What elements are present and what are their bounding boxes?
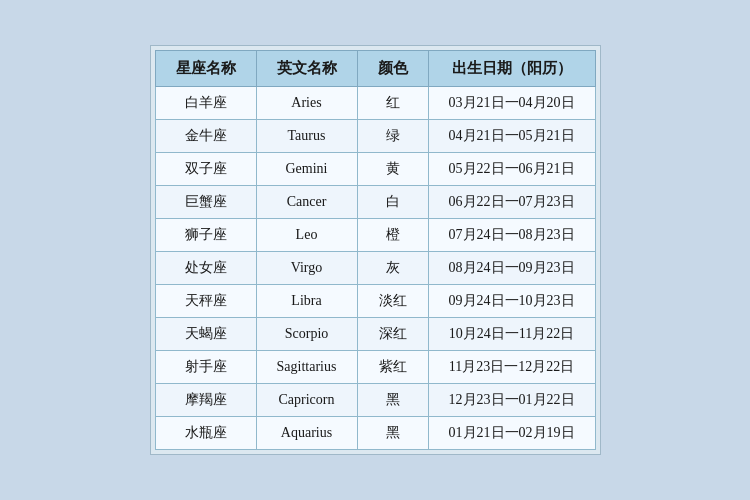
cell-dates: 10月24日一11月22日: [428, 318, 595, 351]
cell-color: 黄: [357, 153, 428, 186]
cell-dates: 07月24日一08月23日: [428, 219, 595, 252]
cell-dates: 06月22日一07月23日: [428, 186, 595, 219]
cell-color: 绿: [357, 120, 428, 153]
cell-color: 红: [357, 87, 428, 120]
cell-chinese-name: 摩羯座: [155, 384, 256, 417]
table-row: 巨蟹座Cancer白06月22日一07月23日: [155, 186, 595, 219]
cell-chinese-name: 水瓶座: [155, 417, 256, 450]
cell-dates: 08月24日一09月23日: [428, 252, 595, 285]
table-row: 狮子座Leo橙07月24日一08月23日: [155, 219, 595, 252]
cell-color: 黑: [357, 417, 428, 450]
cell-dates: 05月22日一06月21日: [428, 153, 595, 186]
cell-english-name: Virgo: [256, 252, 357, 285]
cell-dates: 03月21日一04月20日: [428, 87, 595, 120]
cell-color: 黑: [357, 384, 428, 417]
cell-chinese-name: 狮子座: [155, 219, 256, 252]
table-row: 水瓶座Aquarius黑01月21日一02月19日: [155, 417, 595, 450]
table-row: 白羊座Aries红03月21日一04月20日: [155, 87, 595, 120]
cell-chinese-name: 白羊座: [155, 87, 256, 120]
cell-english-name: Libra: [256, 285, 357, 318]
cell-color: 淡红: [357, 285, 428, 318]
cell-english-name: Sagittarius: [256, 351, 357, 384]
cell-color: 灰: [357, 252, 428, 285]
cell-color: 橙: [357, 219, 428, 252]
table-row: 处女座Virgo灰08月24日一09月23日: [155, 252, 595, 285]
cell-color: 紫红: [357, 351, 428, 384]
cell-dates: 09月24日一10月23日: [428, 285, 595, 318]
cell-chinese-name: 金牛座: [155, 120, 256, 153]
cell-color: 深红: [357, 318, 428, 351]
table-row: 金牛座Taurus绿04月21日一05月21日: [155, 120, 595, 153]
cell-english-name: Cancer: [256, 186, 357, 219]
cell-english-name: Leo: [256, 219, 357, 252]
cell-english-name: Aries: [256, 87, 357, 120]
cell-chinese-name: 天蝎座: [155, 318, 256, 351]
table-row: 天秤座Libra淡红09月24日一10月23日: [155, 285, 595, 318]
cell-chinese-name: 射手座: [155, 351, 256, 384]
cell-chinese-name: 处女座: [155, 252, 256, 285]
cell-english-name: Aquarius: [256, 417, 357, 450]
header-color: 颜色: [357, 51, 428, 87]
table-header-row: 星座名称 英文名称 颜色 出生日期（阳历）: [155, 51, 595, 87]
cell-dates: 12月23日一01月22日: [428, 384, 595, 417]
cell-chinese-name: 巨蟹座: [155, 186, 256, 219]
cell-english-name: Scorpio: [256, 318, 357, 351]
table-row: 双子座Gemini黄05月22日一06月21日: [155, 153, 595, 186]
cell-english-name: Taurus: [256, 120, 357, 153]
zodiac-table: 星座名称 英文名称 颜色 出生日期（阳历） 白羊座Aries红03月21日一04…: [155, 50, 596, 450]
cell-color: 白: [357, 186, 428, 219]
table-row: 射手座Sagittarius紫红11月23日一12月22日: [155, 351, 595, 384]
cell-english-name: Gemini: [256, 153, 357, 186]
header-english-name: 英文名称: [256, 51, 357, 87]
cell-dates: 11月23日一12月22日: [428, 351, 595, 384]
cell-chinese-name: 双子座: [155, 153, 256, 186]
table-row: 摩羯座Capricorn黑12月23日一01月22日: [155, 384, 595, 417]
table-body: 白羊座Aries红03月21日一04月20日金牛座Taurus绿04月21日一0…: [155, 87, 595, 450]
zodiac-table-container: 星座名称 英文名称 颜色 出生日期（阳历） 白羊座Aries红03月21日一04…: [150, 45, 601, 455]
cell-chinese-name: 天秤座: [155, 285, 256, 318]
cell-dates: 01月21日一02月19日: [428, 417, 595, 450]
cell-dates: 04月21日一05月21日: [428, 120, 595, 153]
cell-english-name: Capricorn: [256, 384, 357, 417]
header-chinese-name: 星座名称: [155, 51, 256, 87]
header-dates: 出生日期（阳历）: [428, 51, 595, 87]
table-row: 天蝎座Scorpio深红10月24日一11月22日: [155, 318, 595, 351]
